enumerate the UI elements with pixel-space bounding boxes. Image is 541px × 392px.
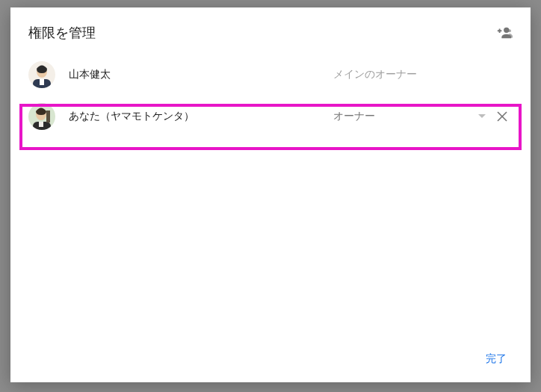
svg-point-1 — [508, 29, 511, 32]
avatar — [28, 103, 55, 130]
manage-permissions-dialog: 権限を管理 山本健太 — [10, 7, 531, 382]
user-name: 山本健太 — [69, 68, 333, 81]
user-name: あなた（ヤマモトケンタ） — [69, 110, 333, 123]
dialog-footer: 完了 — [10, 337, 531, 382]
add-person-icon[interactable] — [496, 25, 513, 41]
user-row: あなた（ヤマモトケンタ） オーナー — [10, 96, 531, 137]
role-text: オーナー — [333, 110, 472, 123]
svg-rect-10 — [46, 111, 50, 122]
chevron-down-icon — [478, 114, 486, 119]
svg-rect-9 — [39, 122, 43, 127]
remove-user-button[interactable] — [492, 106, 513, 127]
dialog-header: 権限を管理 — [10, 7, 531, 49]
svg-rect-5 — [40, 79, 44, 85]
user-row: 山本健太 メインのオーナー — [10, 54, 531, 96]
role-dropdown[interactable]: オーナー — [333, 106, 513, 127]
role-cell: メインのオーナー — [333, 68, 513, 81]
avatar — [28, 61, 55, 88]
done-button[interactable]: 完了 — [478, 346, 514, 372]
dialog-title: 権限を管理 — [28, 24, 96, 42]
role-text: メインのオーナー — [333, 68, 513, 81]
user-list: 山本健太 メインのオーナー あなた（ヤマモトケンタ） オーナー — [10, 49, 531, 337]
